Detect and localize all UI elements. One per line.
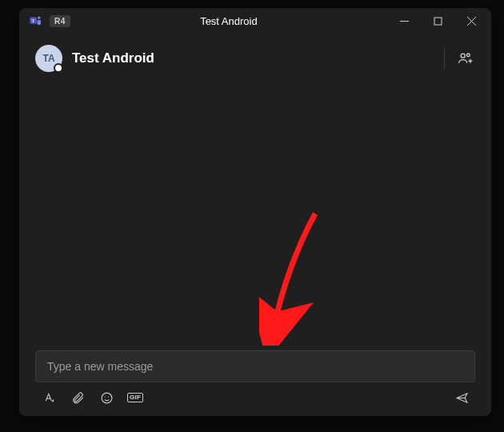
emoji-button[interactable] [99, 390, 114, 405]
svg-line-12 [52, 399, 54, 401]
conversation-area [19, 82, 491, 350]
svg-point-2 [38, 17, 40, 19]
attach-button[interactable] [70, 390, 85, 405]
arrow-annotation-icon [259, 210, 331, 346]
chat-name: Test Android [72, 50, 444, 66]
teams-icon: T [29, 14, 43, 28]
message-input[interactable] [35, 350, 475, 382]
chat-window: T R4 Test Android TA Test Android [19, 8, 491, 416]
svg-point-8 [467, 54, 470, 57]
svg-point-14 [104, 396, 105, 397]
svg-text:T: T [32, 18, 35, 23]
svg-point-13 [102, 393, 112, 403]
badge: R4 [50, 15, 70, 27]
titlebar: T R4 Test Android [19, 8, 491, 34]
svg-rect-4 [434, 18, 442, 25]
composer: GIF [19, 350, 491, 416]
gif-label: GIF [127, 393, 143, 402]
avatar-initials: TA [42, 53, 54, 64]
presence-indicator [54, 63, 63, 73]
format-button[interactable] [42, 390, 56, 405]
svg-point-15 [108, 396, 109, 397]
minimize-button[interactable] [387, 8, 421, 34]
window-title: Test Android [70, 15, 387, 27]
maximize-button[interactable] [421, 8, 454, 34]
divider [444, 48, 445, 69]
add-people-button[interactable] [456, 49, 475, 68]
avatar[interactable]: TA [35, 45, 62, 72]
close-button[interactable] [454, 8, 488, 34]
gif-button[interactable]: GIF [128, 390, 142, 405]
header-actions [444, 48, 475, 69]
chat-header: TA Test Android [19, 34, 491, 82]
window-controls [387, 8, 488, 34]
send-button[interactable] [454, 390, 469, 405]
composer-toolbar: GIF [35, 382, 475, 405]
svg-point-7 [461, 54, 465, 58]
